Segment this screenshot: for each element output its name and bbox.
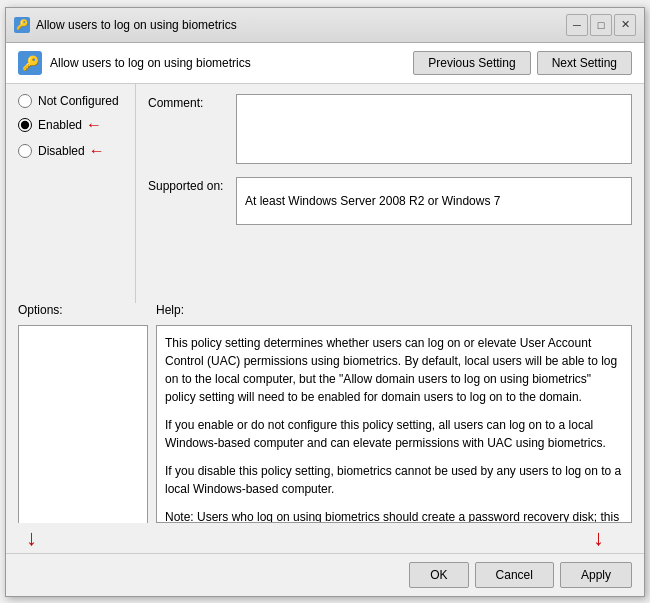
supported-box: At least Windows Server 2008 R2 or Windo… [236, 177, 632, 225]
window-title: Allow users to log on using biometrics [36, 18, 237, 32]
enabled-label: Enabled [38, 118, 82, 132]
previous-setting-button[interactable]: Previous Setting [413, 51, 530, 75]
options-box [18, 325, 148, 523]
options-panel: Options: [18, 303, 148, 523]
help-paragraph-2: If you enable or do not configure this p… [165, 416, 623, 452]
header-icon: 🔑 [18, 51, 42, 75]
bottom-panels: Options: Help: This policy setting deter… [18, 303, 632, 523]
enabled-arrow: ← [86, 116, 102, 134]
header-buttons: Previous Setting Next Setting [413, 51, 632, 75]
help-panel: Help: This policy setting determines whe… [156, 303, 632, 523]
window-icon: 🔑 [14, 17, 30, 33]
left-panel: Not Configured Enabled ← Disabled ← [6, 84, 136, 304]
ok-button[interactable]: OK [409, 562, 468, 588]
maximize-button[interactable]: □ [590, 14, 612, 36]
disabled-arrow: ← [89, 142, 105, 160]
next-setting-button[interactable]: Next Setting [537, 51, 632, 75]
help-paragraph-3: If you disable this policy setting, biom… [165, 462, 623, 498]
close-button[interactable]: ✕ [614, 14, 636, 36]
apply-button[interactable]: Apply [560, 562, 632, 588]
enabled-option[interactable]: Enabled [18, 118, 82, 132]
options-label: Options: [18, 303, 148, 317]
disabled-radio[interactable] [18, 144, 32, 158]
enabled-row: Enabled ← [18, 116, 123, 134]
comment-row: Comment: [148, 94, 632, 167]
help-paragraph-1: This policy setting determines whether u… [165, 334, 623, 406]
right-panel: Comment: Supported on: At least Windows … [136, 84, 644, 304]
not-configured-label: Not Configured [38, 94, 119, 108]
supported-label: Supported on: [148, 177, 228, 193]
comment-container [236, 94, 632, 167]
not-configured-option[interactable]: Not Configured [18, 94, 123, 108]
disabled-label: Disabled [38, 144, 85, 158]
supported-row: Supported on: At least Windows Server 20… [148, 177, 632, 225]
comment-input[interactable] [236, 94, 632, 164]
content-area: Not Configured Enabled ← Disabled ← [6, 84, 644, 304]
header-title: Allow users to log on using biometrics [50, 56, 251, 70]
right-down-arrow: ↓ [593, 527, 604, 549]
cancel-button[interactable]: Cancel [475, 562, 554, 588]
comment-label: Comment: [148, 94, 228, 110]
help-box: This policy setting determines whether u… [156, 325, 632, 523]
title-bar: 🔑 Allow users to log on using biometrics… [6, 8, 644, 43]
title-bar-left: 🔑 Allow users to log on using biometrics [14, 17, 237, 33]
help-paragraph-4: Note: Users who log on using biometrics … [165, 508, 623, 523]
minimize-button[interactable]: ─ [566, 14, 588, 36]
help-label: Help: [156, 303, 632, 317]
left-down-arrow: ↓ [26, 527, 37, 549]
not-configured-radio[interactable] [18, 94, 32, 108]
disabled-row: Disabled ← [18, 142, 123, 160]
footer: OK Cancel Apply [6, 553, 644, 596]
main-window: 🔑 Allow users to log on using biometrics… [5, 7, 645, 597]
supported-value: At least Windows Server 2008 R2 or Windo… [245, 194, 500, 208]
header-left: 🔑 Allow users to log on using biometrics [18, 51, 251, 75]
header-bar: 🔑 Allow users to log on using biometrics… [6, 43, 644, 84]
disabled-option[interactable]: Disabled [18, 144, 85, 158]
arrow-right-spacer [604, 527, 624, 549]
title-controls: ─ □ ✕ [566, 14, 636, 36]
red-arrows: ↓ ↓ [6, 523, 644, 553]
enabled-radio[interactable] [18, 118, 32, 132]
arrow-spacer [37, 527, 593, 549]
